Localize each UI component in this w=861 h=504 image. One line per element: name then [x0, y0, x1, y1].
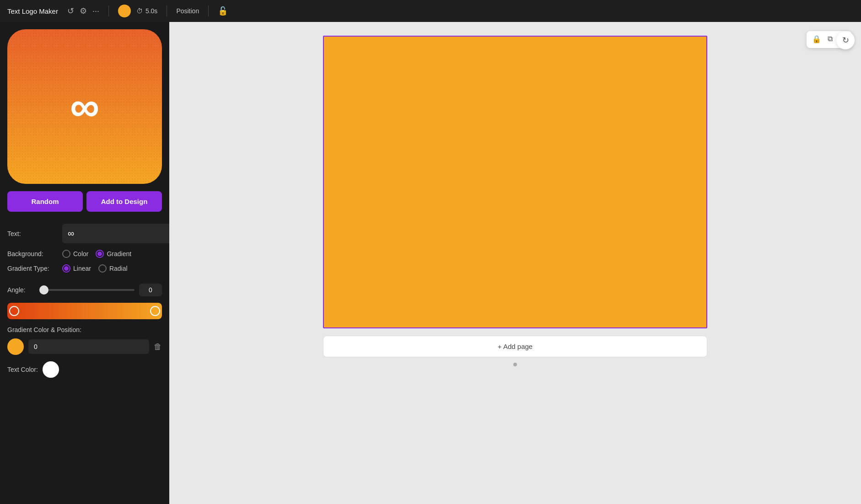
linear-radio-option[interactable]: Linear [62, 264, 91, 273]
add-page-button[interactable]: + Add page [323, 336, 707, 357]
gradient-thumb-right[interactable] [150, 306, 160, 316]
gradient-color-swatch[interactable] [7, 338, 24, 355]
gradient-radio[interactable] [96, 250, 104, 258]
add-to-design-button[interactable]: Add to Design [86, 191, 162, 212]
linear-option-label: Linear [73, 265, 91, 272]
clock-icon: ⏱ [136, 7, 143, 15]
color-radio[interactable] [62, 250, 70, 258]
logo-preview: ∞ [7, 29, 162, 184]
preview-area: ∞ [0, 22, 169, 191]
angle-label: Angle: [7, 286, 35, 294]
random-button[interactable]: Random [7, 191, 83, 212]
radial-option-label: Radial [109, 265, 128, 272]
radial-radio[interactable] [98, 264, 107, 273]
gradient-radio-inner [97, 252, 102, 256]
app-title: Text Logo Maker [7, 7, 58, 15]
gradient-thumb-left[interactable] [9, 306, 19, 316]
text-color-row: Text Color: [0, 361, 169, 378]
delete-icon[interactable]: 🗑 [154, 342, 162, 352]
gradient-type-radio-group: Linear Radial [62, 264, 128, 273]
canvas-wrapper: + Add page [323, 36, 707, 366]
main-layout: ∞ Random Add to Design Text: Background: [0, 22, 861, 504]
background-radio-group: Color Gradient [62, 250, 131, 258]
infinity-symbol: ∞ [70, 86, 99, 127]
text-input[interactable] [62, 224, 169, 243]
duration-value: 5.0s [145, 7, 157, 15]
gradient-color-position-section: Gradient Color & Position: [0, 326, 169, 334]
angle-slider-container [39, 285, 135, 295]
color-option-label: Color [73, 250, 88, 257]
text-color-label: Text Color: [7, 366, 38, 373]
linear-radio-inner [64, 266, 69, 271]
color-picker-swatch[interactable] [118, 5, 131, 17]
copy-canvas-icon[interactable]: ⧉ [826, 34, 834, 45]
color-radio-option[interactable]: Color [62, 250, 88, 258]
more-icon[interactable]: ··· [92, 6, 99, 16]
page-dot [513, 363, 517, 366]
background-label: Background: [7, 250, 58, 257]
angle-slider-thumb[interactable] [39, 285, 48, 295]
background-field-row: Background: Color Gradient [7, 250, 162, 258]
angle-slider-track [39, 289, 135, 291]
canvas-area: 🔒 ⧉ ＋ ↻ + Add page [169, 22, 861, 504]
position-input[interactable] [28, 339, 149, 354]
gradient-bar-container[interactable] [7, 303, 162, 319]
gradient-type-row: Gradient Type: Linear Radial [7, 264, 162, 273]
angle-value-input[interactable] [139, 284, 162, 296]
lock-canvas-icon[interactable]: 🔒 [810, 34, 823, 45]
settings-icon[interactable]: ⚙ [80, 6, 87, 16]
lock-icon[interactable]: 🔓 [218, 6, 228, 16]
gradient-bar [7, 303, 162, 319]
text-field-row: Text: [7, 224, 162, 243]
position-button[interactable]: Position [176, 7, 199, 15]
topbar-divider [108, 5, 109, 16]
refresh-icon[interactable]: ↺ [67, 6, 74, 16]
left-panel: ∞ Random Add to Design Text: Background: [0, 22, 169, 504]
angle-row: Angle: [0, 284, 169, 296]
linear-radio[interactable] [62, 264, 70, 273]
topbar-divider2 [167, 5, 167, 16]
gradient-color-position-label: Gradient Color & Position: [7, 326, 81, 333]
text-color-swatch[interactable] [43, 361, 59, 378]
refresh-canvas-button[interactable]: ↻ [836, 31, 855, 49]
gradient-color-row: 🗑 [0, 338, 169, 355]
text-section: Text: Background: Color Grad [0, 219, 169, 284]
duration-display[interactable]: ⏱ 5.0s [136, 7, 157, 15]
canvas-frame[interactable] [323, 36, 707, 328]
action-buttons: Random Add to Design [0, 191, 169, 219]
page-indicator [323, 363, 707, 366]
gradient-radio-option[interactable]: Gradient [96, 250, 131, 258]
gradient-option-label: Gradient [107, 250, 131, 257]
gradient-type-label: Gradient Type: [7, 265, 58, 272]
topbar-divider3 [208, 5, 209, 16]
radial-radio-option[interactable]: Radial [98, 264, 128, 273]
topbar: Text Logo Maker ↺ ⚙ ··· ⏱ 5.0s Position … [0, 0, 861, 22]
text-label: Text: [7, 230, 58, 237]
